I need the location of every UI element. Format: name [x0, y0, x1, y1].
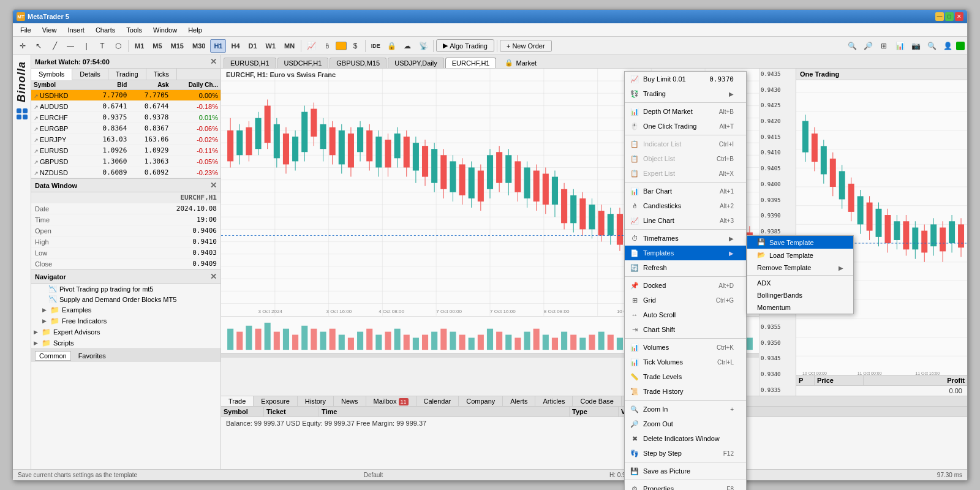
- color-btn[interactable]: [336, 42, 347, 50]
- nav-indicator[interactable]: 📉Pivot Trading pp trading for mt5: [31, 284, 221, 294]
- ctx-chart-shift[interactable]: ⇥ Chart Shift: [625, 322, 746, 337]
- ctx-zoom-in[interactable]: 🔍 Zoom In +: [625, 402, 746, 417]
- market-watch-row[interactable]: ↗EURUSD 1.0926 1.0929 -0.11%: [31, 145, 221, 156]
- zoom-out-btn[interactable]: 🔎: [861, 39, 875, 53]
- nav-folder[interactable]: ▶📁Scripts: [31, 337, 221, 349]
- nav-tab-common[interactable]: Common: [35, 351, 71, 361]
- ide-btn[interactable]: IDE: [368, 39, 383, 53]
- screenshot-btn[interactable]: 📷: [908, 39, 923, 53]
- ts-bollinger[interactable]: BollingerBands: [747, 289, 853, 301]
- nav-indicator[interactable]: 📉Supply and Demand Order Blocks MT5: [31, 294, 221, 304]
- ts-load-template[interactable]: 📂 Load Template: [747, 249, 853, 262]
- vline-btn[interactable]: |: [79, 39, 94, 53]
- ctx-step-by-step[interactable]: 👣 Step by Step F12: [625, 446, 746, 461]
- tf-w1[interactable]: W1: [262, 39, 280, 53]
- chart-tab[interactable]: EURCHF,H1: [445, 58, 497, 68]
- algo-trading-btn[interactable]: ▶ Algo Trading: [436, 39, 494, 52]
- minimize-button[interactable]: —: [935, 12, 944, 21]
- market-watch-row[interactable]: ↗EURCHF 0.9375 0.9378 0.01%: [31, 112, 221, 123]
- chart-type-btn[interactable]: 🕯: [320, 39, 334, 53]
- ctx-zoom-out[interactable]: 🔎 Zoom Out: [625, 417, 746, 431]
- tf-m15[interactable]: M15: [167, 39, 187, 53]
- market-watch-row[interactable]: ↗NZDUSD 0.6089 0.6092 -0.23%: [31, 167, 221, 178]
- ctx-candlesticks[interactable]: 🕯 Candlesticks Alt+2: [625, 198, 746, 213]
- maximize-button[interactable]: □: [945, 12, 954, 21]
- mw-tab-symbols[interactable]: Symbols: [31, 69, 72, 80]
- nav-folder[interactable]: ▶📁Free Indicators: [31, 315, 221, 326]
- trade-tab-exposure[interactable]: Exposure: [254, 396, 297, 406]
- ctx-trade-levels[interactable]: 📏 Trade Levels: [625, 369, 746, 384]
- trade-tab-articles[interactable]: Articles: [535, 396, 573, 406]
- ctx-properties[interactable]: ⚙ Properties F8: [625, 481, 746, 490]
- ctx-buy-limit[interactable]: 📈 Buy Limit 0.01 0.9370: [625, 72, 746, 86]
- ctx-docked[interactable]: 📌 Docked Alt+D: [625, 278, 746, 293]
- cloud-btn[interactable]: ☁: [400, 39, 415, 53]
- tf-d1[interactable]: D1: [245, 39, 261, 53]
- tf-m30[interactable]: M30: [189, 39, 209, 53]
- data-window-close[interactable]: ✕: [210, 181, 217, 190]
- shapes-btn[interactable]: ⬡: [111, 39, 126, 53]
- trade-tab-alerts[interactable]: Alerts: [503, 396, 535, 406]
- market-tab[interactable]: 🔒Market: [500, 58, 541, 68]
- chart-tab[interactable]: GBPUSD,M15: [330, 58, 386, 68]
- tf-h1[interactable]: H1: [210, 39, 226, 53]
- mw-tab-ticks[interactable]: Ticks: [146, 69, 177, 80]
- ctx-trading[interactable]: 💱 Trading ▶: [625, 86, 746, 101]
- ctx-depth[interactable]: 📊 Depth Of Market Alt+B: [625, 104, 746, 119]
- trade-tab-history[interactable]: History: [298, 396, 334, 406]
- navigator-close[interactable]: ✕: [210, 272, 217, 281]
- market-watch-close[interactable]: ✕: [210, 57, 217, 66]
- market-watch-row[interactable]: ↗EURGBP 0.8364 0.8367 -0.06%: [31, 123, 221, 134]
- indicator-btn[interactable]: 📈: [304, 39, 318, 53]
- chart-nav-btn[interactable]: 📊: [892, 39, 907, 53]
- ctx-templates[interactable]: 📄 Templates ▶: [625, 246, 746, 260]
- ctx-line-chart[interactable]: 📈 Line Chart Alt+3: [625, 213, 746, 228]
- tf-m5[interactable]: M5: [149, 39, 165, 53]
- ctx-auto-scroll[interactable]: ↔ Auto Scroll: [625, 307, 746, 322]
- mw-tab-details[interactable]: Details: [72, 69, 108, 80]
- ts-momentum[interactable]: Momentum: [747, 301, 853, 314]
- chart-tab[interactable]: EURUSD,H1: [224, 58, 276, 68]
- profile-btn[interactable]: 👤: [940, 39, 955, 53]
- menu-window[interactable]: Window: [148, 25, 182, 35]
- dollar-btn[interactable]: $: [348, 39, 363, 53]
- trade-tab-news[interactable]: News: [334, 396, 366, 406]
- nav-folder[interactable]: ▶📁Expert Advisors: [31, 326, 221, 337]
- market-watch-row[interactable]: ↗AUDUSD 0.6741 0.6744 -0.18%: [31, 101, 221, 112]
- nav-tab-favorites[interactable]: Favorites: [75, 352, 110, 360]
- market-watch-row[interactable]: ↗EURJPY 163.03 163.06 -0.02%: [31, 134, 221, 145]
- ctx-tick-volumes[interactable]: 📊 Tick Volumes Ctrl+L: [625, 355, 746, 369]
- trade-tab-codebase[interactable]: Code Base: [573, 396, 621, 406]
- chart-tab[interactable]: USDCHF,H1: [277, 58, 329, 68]
- zoom-in-btn[interactable]: 🔍: [845, 39, 859, 53]
- market-watch-row[interactable]: ↗USDHKD 7.7700 7.7705 0.00%: [31, 90, 221, 101]
- line-btn[interactable]: ╱: [47, 39, 62, 53]
- ts-remove-template[interactable]: Remove Template ▶: [747, 262, 853, 274]
- ctx-refresh[interactable]: 🔄 Refresh: [625, 260, 746, 275]
- crosshair-btn[interactable]: ✛: [15, 39, 30, 53]
- ctx-grid[interactable]: ⊞ Grid Ctrl+G: [625, 293, 746, 307]
- ctx-volumes[interactable]: 📊 Volumes Ctrl+K: [625, 340, 746, 355]
- signal-btn[interactable]: 📡: [416, 39, 431, 53]
- ctx-bar-chart[interactable]: 📊 Bar Chart Alt+1: [625, 184, 746, 198]
- trade-tab-trade[interactable]: Trade: [221, 396, 254, 406]
- close-button[interactable]: ✕: [955, 12, 963, 21]
- menu-tools[interactable]: Tools: [121, 25, 147, 35]
- tf-h4[interactable]: H4: [227, 39, 243, 53]
- ctx-one-click[interactable]: 🖱️ One Click Trading Alt+T: [625, 119, 746, 134]
- chart-tab[interactable]: USDJPY,Daily: [388, 58, 444, 68]
- new-order-btn[interactable]: + New Order: [500, 40, 552, 52]
- tf-mn[interactable]: MN: [281, 39, 298, 53]
- menu-insert[interactable]: Insert: [62, 25, 89, 35]
- menu-view[interactable]: View: [37, 25, 62, 35]
- search-btn[interactable]: 🔍: [924, 39, 939, 53]
- tf-m1[interactable]: M1: [131, 39, 148, 53]
- grid-view-btn[interactable]: ⊞: [876, 39, 891, 53]
- nav-folder[interactable]: ▶📁Examples: [31, 304, 221, 315]
- text-btn[interactable]: T: [95, 39, 110, 53]
- menu-charts[interactable]: Charts: [91, 25, 120, 35]
- ctx-timeframes[interactable]: ⏱ Timeframes ▶: [625, 231, 746, 246]
- ctx-save-picture[interactable]: 💾 Save as Picture: [625, 464, 746, 478]
- market-watch-row[interactable]: ↗GBPUSD 1.3060 1.3063 -0.05%: [31, 156, 221, 167]
- ctx-trade-history[interactable]: 📜 Trade History: [625, 384, 746, 399]
